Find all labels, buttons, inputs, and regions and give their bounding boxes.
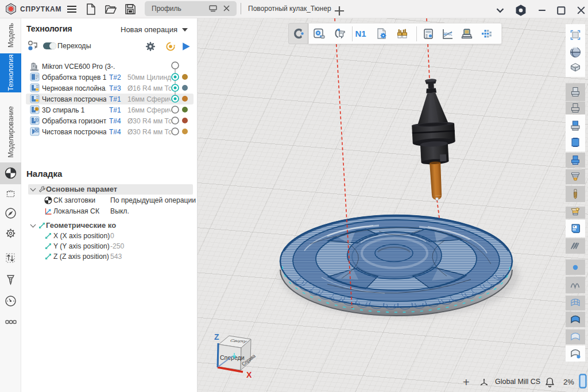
svg-text:Спереди: Спереди [220, 354, 245, 361]
svg-text:N1: N1 [355, 29, 366, 38]
svg-text:Z: Z [214, 332, 219, 341]
